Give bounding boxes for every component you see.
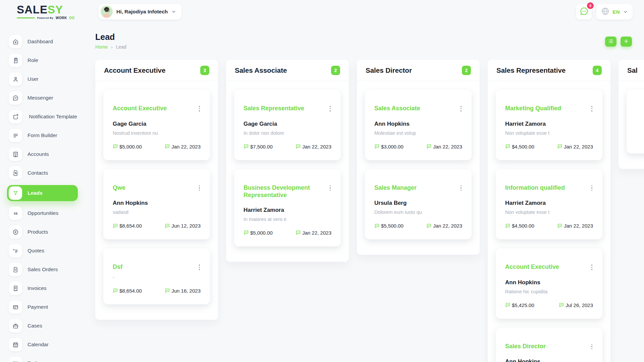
- lead-stage-link[interactable]: Dsf: [113, 263, 122, 271]
- card-menu-button[interactable]: [460, 184, 463, 192]
- lead-stage-link[interactable]: Marketing Qualified: [505, 105, 561, 112]
- lead-card[interactable]: Sales Director Ann Hopkins Vel reprehend…: [496, 328, 602, 362]
- chevron-down-icon: [623, 9, 628, 14]
- card-menu-button[interactable]: [198, 263, 201, 272]
- column-header: Sales Associate 2: [226, 60, 349, 81]
- lead-stage-link[interactable]: Sales Representative: [244, 105, 304, 112]
- chat-icon: [580, 7, 589, 17]
- sidebar-item-user[interactable]: User: [9, 72, 77, 86]
- task-icon: [9, 357, 22, 362]
- card-menu-button[interactable]: [329, 184, 332, 192]
- payment-icon: [9, 300, 22, 314]
- sidebar-item-invoices[interactable]: Invoices: [9, 282, 77, 295]
- card-menu-button[interactable]: [198, 184, 201, 192]
- messages-button[interactable]: 0: [576, 4, 592, 19]
- sidebar-item-payment[interactable]: Payment: [9, 300, 77, 314]
- brand-logo[interactable]: SALESY Powered By WORKDO: [17, 4, 84, 20]
- card-menu-button[interactable]: [591, 263, 593, 272]
- lead-date: Jan 22, 2023: [165, 144, 201, 149]
- card-menu-button[interactable]: [591, 184, 593, 192]
- kanban-column: Account Executive 3 Account Executive Ga…: [95, 60, 218, 320]
- workdo-word: WORK: [56, 16, 67, 20]
- sidebar-item-contacts[interactable]: Contacts: [9, 166, 77, 180]
- sidebar-item-accounts[interactable]: Accounts: [9, 147, 77, 161]
- lead-price: $4,500.00: [505, 144, 534, 149]
- date-tag-icon: [165, 144, 170, 149]
- lead-stage-link[interactable]: Qwe: [113, 184, 125, 192]
- sidebar-item-leads[interactable]: Leads: [7, 185, 78, 201]
- top-navbar: SALESY Powered By WORKDO Hi, Rajodiya In…: [0, 0, 644, 23]
- language-selector[interactable]: EN: [596, 4, 633, 19]
- kanban-column: Sales Representative 4 Marketing Qualifi…: [488, 60, 610, 362]
- lead-card[interactable]: Information qualified Harriet Zamora Non…: [496, 169, 602, 240]
- lead-description: sadasd: [113, 209, 201, 215]
- lead-card[interactable]: Account Executive Gage Garcia Nostrud in…: [103, 90, 210, 160]
- lead-price: $5,000.00: [113, 144, 142, 149]
- sidebar-item-quotes[interactable]: “ Quotes: [9, 244, 77, 257]
- breadcrumb-current: Lead: [116, 44, 126, 50]
- lead-price: $5,425.00: [505, 302, 534, 308]
- lead-name: Harriet Zamora: [505, 121, 593, 127]
- sidebar-item-cases[interactable]: Cases: [9, 319, 77, 333]
- sidebar-item-products[interactable]: P Products: [9, 225, 77, 239]
- brand-name-primary: SALE: [17, 3, 48, 16]
- sidebar: Dashboard Role User Messenger Notificati…: [0, 23, 84, 362]
- add-lead-button[interactable]: [621, 37, 632, 47]
- breadcrumb-home-link[interactable]: Home: [95, 44, 108, 50]
- sidebar-item-dashboard[interactable]: Dashboard: [9, 35, 77, 48]
- sidebar-nav: Dashboard Role User Messenger Notificati…: [9, 35, 77, 362]
- lead-card[interactable]: Dsf - $8,654.00 Jun 16, 2023: [103, 248, 210, 304]
- lead-stage-link[interactable]: Account Executive: [505, 263, 559, 271]
- date-tag-icon: [296, 144, 301, 149]
- sidebar-item-task[interactable]: Task: [9, 357, 77, 362]
- card-menu-button[interactable]: [329, 105, 332, 113]
- date-tag-icon: [165, 223, 170, 229]
- date-tag-icon: [557, 144, 562, 149]
- price-tag-icon: [113, 288, 118, 293]
- card-menu-button[interactable]: [460, 105, 463, 113]
- kanban-board: Account Executive 3 Account Executive Ga…: [95, 60, 644, 362]
- sidebar-item-calendar[interactable]: Calendar: [9, 338, 77, 351]
- lead-card[interactable]: Business Development Representative Harr…: [234, 169, 341, 246]
- lead-card[interactable]: Sales Representative Gage Garcia In dolo…: [234, 90, 341, 160]
- lead-card[interactable]: Marketing Qualified Harriet Zamora Non v…: [496, 90, 602, 160]
- column-body: [619, 81, 644, 169]
- lead-card[interactable]: Sales Manager Ursula Berg Dolorem eum iu…: [365, 169, 472, 240]
- lead-stage-link[interactable]: Sales Associate: [374, 105, 420, 112]
- sidebar-item-messenger[interactable]: Messenger: [9, 91, 77, 105]
- list-view-button[interactable]: [605, 37, 616, 47]
- sidebar-item-opportunities[interactable]: S$ Opportunities: [9, 206, 77, 220]
- lead-card[interactable]: [627, 90, 644, 154]
- contacts-icon: [9, 166, 22, 180]
- sidebar-item-notification-template[interactable]: Notification Template: [9, 110, 77, 123]
- accounts-icon: [9, 147, 22, 161]
- kanban-column: Sales Director 2 Sales Associate Ann Hop…: [357, 60, 480, 255]
- lead-card[interactable]: Qwe Ann Hopkins sadasd $8,654.00 Jun 12,…: [103, 169, 210, 240]
- page-title: Lead: [95, 32, 126, 42]
- card-menu-button[interactable]: [591, 343, 593, 351]
- lead-stage-link[interactable]: Information qualified: [505, 184, 565, 192]
- lead-stage-link[interactable]: Sales Manager: [374, 184, 417, 192]
- card-menu-button[interactable]: [198, 105, 201, 113]
- lead-stage-link[interactable]: Business Development Representative: [244, 184, 329, 199]
- cases-icon: [9, 319, 22, 333]
- lead-card[interactable]: Sales Associate Ann Hopkins Molestiae es…: [365, 90, 472, 160]
- column-count-badge: 3: [200, 66, 209, 75]
- svg-text:P: P: [14, 230, 16, 234]
- card-menu-button[interactable]: [591, 105, 593, 113]
- lead-stage-link[interactable]: Sales Director: [505, 343, 546, 350]
- lead-stage-link[interactable]: Account Executive: [113, 105, 167, 112]
- column-header: Sales Representative 4: [488, 60, 610, 81]
- price-tag-icon: [113, 144, 118, 149]
- lead-description: Dolorem eum iusto qu: [374, 209, 462, 215]
- sidebar-item-role[interactable]: Role: [9, 54, 77, 67]
- column-count-badge: 4: [593, 66, 602, 75]
- date-tag-icon: [165, 288, 170, 293]
- price-tag-icon: [505, 302, 511, 308]
- lead-card[interactable]: Account Executive Ann Hopkins Ratione hi…: [496, 248, 602, 319]
- brand-underline: [17, 17, 35, 18]
- sidebar-item-form-builder[interactable]: Form Builder: [9, 129, 77, 142]
- price-tag-icon: [244, 230, 249, 235]
- user-menu[interactable]: Hi, Rajodiya Infotech: [99, 4, 181, 19]
- sidebar-item-sales-orders[interactable]: Sales Orders: [9, 263, 77, 276]
